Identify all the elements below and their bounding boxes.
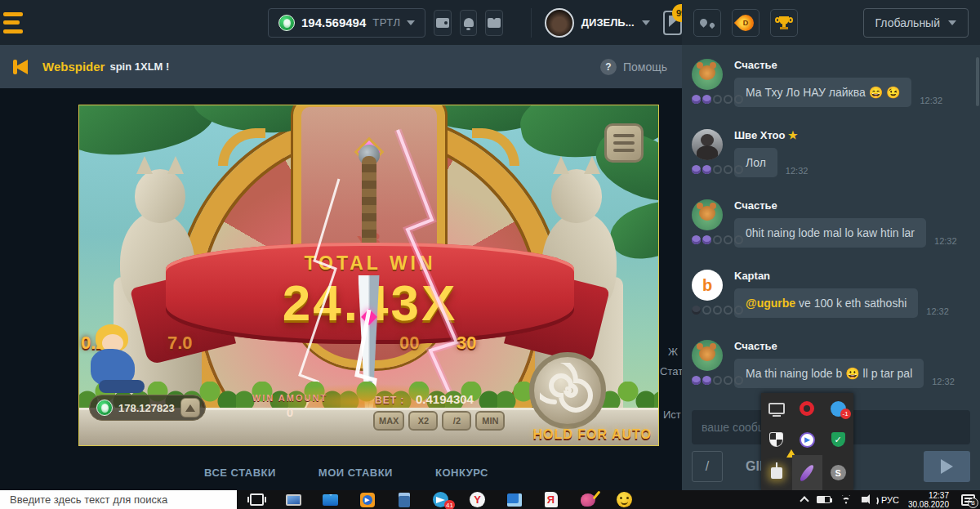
user-level-badges <box>692 165 749 174</box>
opera-tray-icon[interactable] <box>792 393 823 424</box>
taskbar-task-view-icon[interactable] <box>248 492 265 507</box>
skype-tray-icon[interactable]: S <box>822 455 853 490</box>
taskbar-smiley-icon[interactable] <box>616 492 633 507</box>
taskbar-yandex-browser-icon[interactable]: Y <box>469 492 486 507</box>
taskbar-media-player-icon[interactable]: ▶ <box>359 492 376 507</box>
taskbar-photos-icon[interactable] <box>506 492 523 507</box>
chat-username[interactable]: Счастье <box>734 199 970 212</box>
announcement-username: Webspider <box>42 60 105 74</box>
language-indicator[interactable]: РУС <box>881 495 899 505</box>
send-message-button[interactable] <box>924 451 970 482</box>
taskbar-telegram-icon[interactable]: 41 <box>432 492 449 507</box>
chat-username[interactable]: Счастье <box>734 59 970 71</box>
chat-scrollbar[interactable] <box>976 57 979 106</box>
action-center-icon[interactable]: 8 <box>961 494 975 506</box>
tab-2[interactable]: КОНКУРС <box>435 467 488 479</box>
chat-timestamp: 12:32 <box>920 96 942 107</box>
bet-value: 0.4194304 <box>416 392 474 406</box>
game-balance: 178.127823 <box>89 395 206 421</box>
medal-icon <box>724 376 733 385</box>
chat-avatar[interactable] <box>692 199 723 230</box>
chat-username[interactable]: Шве Хтоо ★ <box>734 129 970 141</box>
tab-0[interactable]: ВСЕ СТАВКИ <box>204 467 276 479</box>
bell-icon <box>464 18 474 27</box>
mention[interactable]: @ugurbe <box>746 297 795 310</box>
chat-timestamp: 12:32 <box>926 306 949 318</box>
volume-icon[interactable] <box>862 497 867 502</box>
chat-avatar[interactable] <box>692 129 723 160</box>
bet-min-button[interactable]: MIN <box>475 411 505 431</box>
sword-grip <box>362 156 376 254</box>
bets-tabs: ВСЕ СТАВКИМОИ СТАВКИКОНКУРС <box>204 467 488 479</box>
monitor-tray-icon[interactable] <box>761 393 792 424</box>
tournament-button[interactable] <box>770 9 798 37</box>
chat-avatar[interactable]: b <box>692 270 723 301</box>
medal-icon <box>734 235 743 244</box>
rain-button[interactable] <box>693 9 721 37</box>
chat-username[interactable]: Счастье <box>734 340 970 352</box>
chat-username[interactable]: Kaptan <box>734 270 970 282</box>
currency-code: ТРТЛ <box>372 16 400 29</box>
blue-app-tray-icon[interactable]: -1 <box>822 393 853 424</box>
bet-max-button[interactable]: MAX <box>373 411 404 431</box>
reel-value: 30 <box>457 333 476 354</box>
profile-menu[interactable]: ДИЗЕЛЬ... <box>531 8 650 38</box>
tab-1[interactable]: МОИ СТАВКИ <box>318 467 393 479</box>
side-label: Ист <box>663 409 681 421</box>
taskbar-mail-icon[interactable] <box>322 492 339 507</box>
game-menu-button[interactable] <box>604 123 644 163</box>
medal-icon <box>713 235 722 244</box>
taskbar-yandex-icon[interactable]: Я <box>542 492 559 507</box>
medal-icon <box>734 306 743 315</box>
medal-icon <box>734 165 743 174</box>
chat-avatar[interactable] <box>692 59 723 90</box>
chat-channel-selector[interactable]: Глобальный <box>863 8 969 38</box>
messages-button[interactable] <box>485 10 502 36</box>
deposit-button[interactable] <box>180 398 200 417</box>
taskbar-paint-icon[interactable] <box>579 492 596 507</box>
help-button[interactable]: ? Помощь <box>600 59 667 75</box>
icon-badge: -1 <box>840 409 851 419</box>
taskbar-clock[interactable]: 12:37 30.08.2020 <box>908 491 949 509</box>
hot-games-button[interactable]: D <box>732 9 760 37</box>
chat-unread-badge: 99 <box>672 4 682 22</box>
chat-avatar[interactable] <box>692 340 723 371</box>
medal-icon <box>724 235 733 244</box>
game-balance-value: 178.127823 <box>118 402 175 414</box>
medal-icon <box>713 306 722 315</box>
hamburger-menu-icon[interactable] <box>2 9 24 37</box>
feather-tray-icon[interactable] <box>792 455 823 490</box>
chat-bubble: @ugurbe ve 100 k eth sathoshi <box>734 288 918 318</box>
bet-buttons: MAXX2/2MIN <box>373 411 505 431</box>
medal-icon <box>692 95 701 104</box>
balance-selector[interactable]: 194.569494 ТРТЛ <box>268 8 425 38</box>
defender-tray-icon[interactable] <box>761 424 792 455</box>
medal-icon <box>713 95 722 104</box>
medal-icon <box>702 306 711 315</box>
taskbar-calculator-icon[interactable] <box>395 492 412 507</box>
taskbar-search-input[interactable]: Введите здесь текст для поиска <box>0 490 237 509</box>
slash-command-button[interactable]: / <box>692 451 723 482</box>
wifi-icon[interactable] <box>840 495 853 504</box>
bet-div2-button[interactable]: /2 <box>442 411 471 431</box>
medal-icon <box>734 376 743 385</box>
bet-x2-button[interactable]: X2 <box>408 411 438 431</box>
chat-bubble: 0hit naing lode mal lo kaw htin lar <box>734 218 926 248</box>
spin-button[interactable] <box>529 352 606 429</box>
tray-expand-icon[interactable] <box>800 496 808 505</box>
battery-icon[interactable] <box>817 496 831 503</box>
chat-header: D Глобальный <box>682 0 980 45</box>
wallet-button[interactable] <box>434 10 451 36</box>
medal-icon <box>734 95 743 104</box>
chat-message: Счастье Ма Тху Ло НАУ лайква 😄 😉 12:32 <box>682 51 980 121</box>
user-level-badges <box>692 95 749 104</box>
chat-toggle-button[interactable]: 99 <box>663 11 682 35</box>
notifications-button[interactable] <box>460 10 477 36</box>
chat-bubble: Ма Тху Ло НАУ лайква 😄 😉 <box>734 78 911 107</box>
chevron-down-icon <box>642 20 650 25</box>
antivirus-tray-icon[interactable]: ✓ <box>822 424 853 455</box>
transmitter-tray-icon[interactable] <box>761 455 792 490</box>
player-tray-icon[interactable]: ▶ <box>792 424 823 455</box>
taskbar-explorer-icon[interactable] <box>285 492 302 507</box>
win-amount-display: WIN AMOUNT 0 <box>241 393 339 419</box>
